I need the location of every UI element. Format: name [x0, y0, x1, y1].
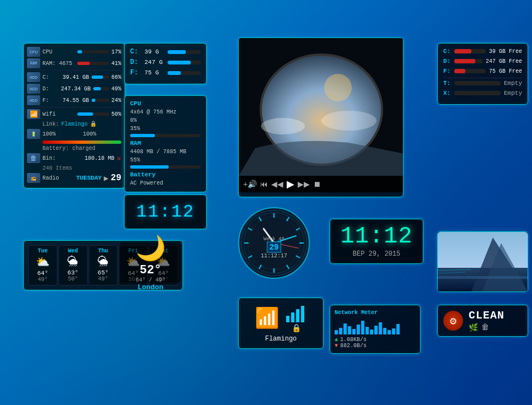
ram-detail-title: RAM	[130, 140, 201, 147]
ram-row: RAM RAM: 4675 41%	[27, 58, 121, 68]
network-upload-row: 1.08KB/s	[335, 337, 416, 343]
drive-f-icon: HDD	[27, 95, 40, 105]
drive-c-pct: 66%	[111, 74, 121, 80]
dd-x-letter: X:	[443, 90, 451, 96]
dd-t-empty: Empty	[504, 80, 522, 87]
dd-x-bar	[454, 91, 501, 95]
ram-bar	[77, 62, 110, 65]
wifi-link-label: Link:	[42, 121, 59, 127]
weather-day-tue: Tue ⛅ 64° 49°	[28, 245, 57, 285]
network-bar	[339, 328, 342, 334]
media-stop-btn[interactable]: ⏹	[313, 180, 321, 188]
drive-f-bar-fill	[92, 99, 96, 102]
clean-trash-icon: 🗑	[481, 323, 489, 332]
drive-d-size: 247.34 GB	[61, 86, 90, 92]
dd-c-fill	[454, 49, 471, 53]
dd-row-d: D: 247 GB Free	[443, 58, 522, 64]
drive-d-bar-fill	[93, 87, 101, 90]
signal-bars-svg	[285, 304, 307, 323]
drive-compact-d: D: 247 G	[130, 58, 201, 66]
clean-label: CLEAN	[469, 309, 504, 322]
drive-compact-d-bar	[168, 61, 201, 64]
drive-d-icon: HDD	[27, 84, 40, 94]
media-player-widget: +🔊 ⏮ ◀◀ ▶ ▶▶ ⏹	[238, 37, 404, 197]
upload-speed: 1.08KB/s	[340, 337, 367, 343]
dd-row-c: C: 39 GB Free	[443, 48, 522, 55]
weather-day-tue-lo: 49°	[30, 277, 56, 283]
batt-detail-title: Battery	[130, 171, 201, 178]
wifi-signal-bars: 🔒	[285, 304, 307, 333]
svg-rect-33	[291, 312, 294, 322]
wifi-widget: 📶 🔒 Flamingo	[238, 298, 324, 349]
dd-x-empty: Empty	[504, 90, 522, 96]
weather-night-icon: 🌙	[136, 234, 166, 263]
radio-row: 📻 Radio TUESDAY ▶ 29	[27, 173, 121, 183]
weather-day-wed-hi: 63°	[60, 269, 86, 276]
network-meter-title: Network Meter	[335, 310, 416, 316]
network-bar	[379, 322, 382, 334]
clean-icons-row: 🌿 🗑	[469, 323, 504, 332]
system-stats-widget: CPU CPU 17% RAM RAM: 4675 41% HDD C: 39.…	[23, 43, 125, 188]
media-play-btn[interactable]: ▶	[287, 178, 294, 190]
wifi-row: 📶 Wifi 50%	[27, 109, 121, 119]
dd-c-letter: C:	[443, 48, 451, 55]
cpu-value: 17%	[111, 49, 121, 55]
network-bar	[357, 325, 360, 334]
drive-compact-f: F: 75 G	[130, 69, 201, 77]
digital-clock-2-widget: 11:12 BEP 29, 2015	[330, 219, 423, 264]
network-bar	[388, 330, 391, 334]
media-volume-btn[interactable]: +🔊	[243, 180, 257, 188]
media-thumbnail	[239, 38, 403, 176]
cpu-detail-title: CPU	[130, 100, 201, 107]
drive-d-label: D:	[42, 86, 58, 92]
dd-row-f: F: 75 GB Free	[443, 68, 522, 74]
radio-day: TUESDAY	[76, 175, 101, 181]
media-prev-btn[interactable]: ⏮	[260, 180, 268, 188]
ram-icon: RAM	[27, 58, 40, 68]
network-bar	[383, 328, 386, 334]
drive-compact-c-size: 39 G	[144, 48, 164, 55]
dd-d-letter: D:	[443, 58, 451, 64]
digital-time-2: 11:12	[336, 225, 417, 248]
drive-f-bar	[92, 99, 109, 102]
wallpaper-svg	[438, 232, 528, 292]
wifi-link-name: Flamingo	[61, 121, 88, 127]
radio-label: Radio	[42, 175, 74, 181]
media-rewind-btn[interactable]: ◀◀	[271, 180, 283, 188]
drive-c-row: HDD C: 39.41 GB 66%	[27, 72, 121, 82]
wallpaper-thumbnail-widget	[437, 231, 528, 292]
wifi-label: Wifi	[42, 111, 75, 117]
cpu-row: CPU CPU 17%	[27, 47, 121, 57]
cpu-detail-pct2: 35%	[130, 125, 201, 133]
network-meter-widget: Network Meter 1.08KB/s 882.0B/s	[330, 305, 421, 354]
download-speed: 882.0B/s	[340, 343, 367, 349]
drive-c-size: 39.41 GB	[62, 74, 89, 80]
media-svg	[239, 38, 403, 176]
drive-compact-c-fill	[168, 50, 186, 54]
clean-button-widget[interactable]: ⚙ CLEAN 🌿 🗑	[437, 305, 528, 337]
cpu-detail-pct1: 0%	[130, 116, 201, 125]
download-arrow-icon	[335, 343, 338, 349]
weather-day-tue-hi: 64°	[30, 270, 56, 277]
clean-leaf-icon: 🌿	[469, 323, 478, 332]
ram-detail-bar-fill	[130, 165, 169, 169]
wifi-lock-small: 🔒	[292, 323, 301, 333]
network-download-row: 882.0B/s	[335, 343, 416, 349]
weather-day-thu-hi: 65°	[90, 269, 116, 276]
delete-icon[interactable]: ✕	[117, 154, 121, 163]
drive-compact-d-fill	[168, 61, 191, 64]
drive-detail-widget: C: 39 GB Free D: 247 GB Free F: 75 GB Fr…	[437, 43, 528, 105]
drive-compact-d-size: 247 G	[144, 59, 164, 66]
radio-play-btn[interactable]: ▶	[104, 174, 108, 183]
network-bar	[361, 321, 364, 334]
clock-day: 29	[267, 242, 282, 253]
drive-f-size: 74.55 GB	[62, 98, 89, 104]
wallpaper-thumbnail-inner	[438, 232, 528, 291]
network-bar	[374, 326, 378, 334]
analog-clock-widget: Week 40 29 11:12:17	[238, 207, 310, 279]
drive-c-bar-fill	[92, 75, 103, 79]
weather-day-thu: Thu 🌦 65° 49°	[89, 245, 118, 285]
batt-detail-spec: AC Powered	[130, 179, 201, 187]
svg-point-3	[261, 118, 305, 134]
media-ff-btn[interactable]: ▶▶	[298, 180, 310, 188]
